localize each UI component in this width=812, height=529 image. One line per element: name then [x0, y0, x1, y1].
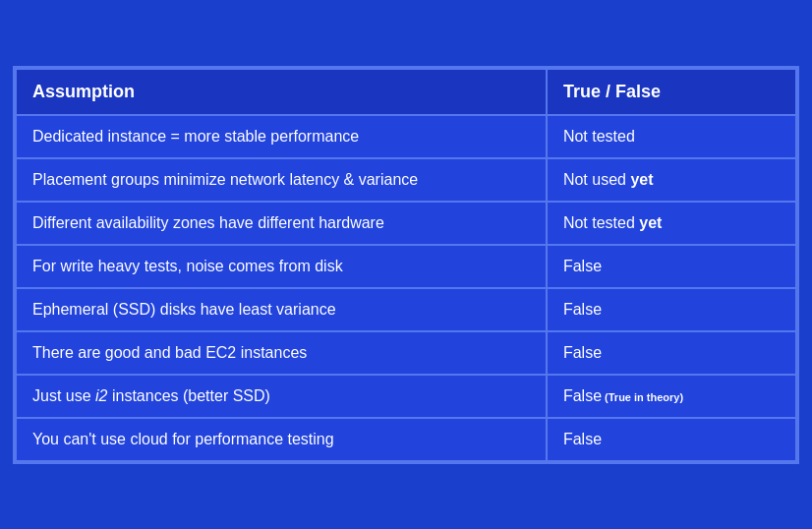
- assumption-cell: Dedicated instance = more stable perform…: [16, 115, 547, 158]
- col-truefalse-header: True / False: [547, 69, 796, 115]
- result-cell: Not tested: [547, 115, 796, 158]
- result-cell: False: [547, 418, 796, 461]
- assumption-cell: Different availability zones have differ…: [16, 202, 547, 245]
- table-row: Just use i2 instances (better SSD)False …: [16, 375, 796, 418]
- result-cell: Not used yet: [547, 158, 796, 202]
- result-cell: False: [547, 288, 796, 331]
- table-row: Ephemeral (SSD) disks have least varianc…: [16, 288, 796, 331]
- assumption-cell: Placement groups minimize network latenc…: [16, 158, 547, 202]
- assumption-cell: Just use i2 instances (better SSD): [16, 375, 547, 418]
- assumption-cell: Ephemeral (SSD) disks have least varianc…: [16, 288, 547, 331]
- assumption-cell: You can't use cloud for performance test…: [16, 418, 547, 461]
- result-cell: False (True in theory): [547, 375, 796, 418]
- table-body: Dedicated instance = more stable perform…: [16, 115, 796, 461]
- assumptions-table: Assumption True / False Dedicated instan…: [15, 68, 797, 462]
- main-table-container: Assumption True / False Dedicated instan…: [13, 66, 799, 464]
- assumption-cell: There are good and bad EC2 instances: [16, 331, 547, 375]
- col-assumption-header: Assumption: [16, 69, 547, 115]
- table-row: Different availability zones have differ…: [16, 202, 796, 245]
- result-cell: False: [547, 331, 796, 375]
- table-row: For write heavy tests, noise comes from …: [16, 245, 796, 288]
- result-cell: False: [547, 245, 796, 288]
- table-header-row: Assumption True / False: [16, 69, 796, 115]
- table-row: There are good and bad EC2 instancesFals…: [16, 331, 796, 375]
- assumption-cell: For write heavy tests, noise comes from …: [16, 245, 547, 288]
- table-row: You can't use cloud for performance test…: [16, 418, 796, 461]
- result-cell: Not tested yet: [547, 202, 796, 245]
- table-row: Placement groups minimize network latenc…: [16, 158, 796, 202]
- table-row: Dedicated instance = more stable perform…: [16, 115, 796, 158]
